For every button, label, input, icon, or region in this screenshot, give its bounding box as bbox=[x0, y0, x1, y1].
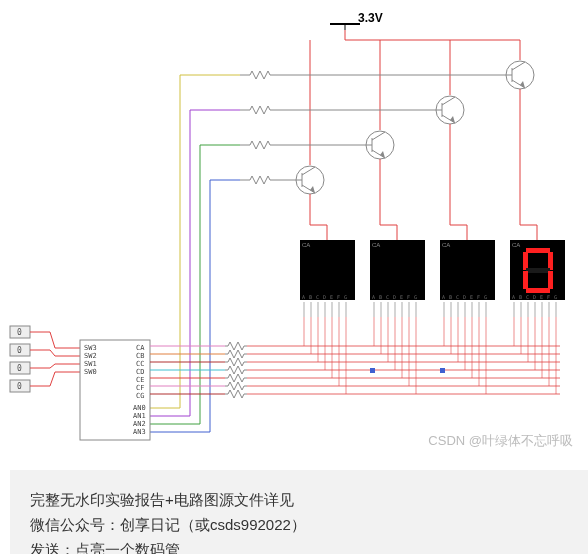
svg-text:G: G bbox=[554, 294, 557, 300]
svg-text:C: C bbox=[316, 294, 319, 300]
svg-text:F: F bbox=[337, 294, 340, 300]
svg-text:B: B bbox=[519, 294, 522, 300]
svg-text:CD: CD bbox=[136, 368, 144, 376]
seven-seg-display-3: CA A B C D E F G bbox=[440, 240, 495, 317]
seven-seg-display-2: CA A B C D E F G bbox=[370, 240, 425, 317]
svg-text:C: C bbox=[526, 294, 529, 300]
transistor-1 bbox=[506, 40, 537, 240]
svg-text:0: 0 bbox=[17, 346, 22, 355]
segment-bus bbox=[150, 317, 560, 398]
svg-text:CB: CB bbox=[136, 352, 144, 360]
input-box-4: 0 bbox=[10, 380, 30, 392]
svg-text:G: G bbox=[414, 294, 417, 300]
svg-text:D: D bbox=[323, 294, 326, 300]
resistor-3 bbox=[240, 141, 366, 149]
voltage-label: 3.3V bbox=[358, 11, 383, 25]
svg-text:B: B bbox=[449, 294, 452, 300]
info-line-2: 微信公众号：创享日记（或csds992022） bbox=[30, 516, 578, 535]
svg-text:D: D bbox=[393, 294, 396, 300]
svg-text:A: A bbox=[372, 294, 375, 300]
svg-text:E: E bbox=[470, 294, 473, 300]
svg-rect-165 bbox=[370, 368, 375, 373]
svg-text:E: E bbox=[330, 294, 333, 300]
svg-text:AN0: AN0 bbox=[133, 404, 146, 412]
input-box-2: 0 bbox=[10, 344, 30, 356]
svg-text:CA: CA bbox=[512, 242, 520, 248]
svg-text:A: A bbox=[442, 294, 445, 300]
svg-rect-56 bbox=[300, 240, 355, 300]
svg-text:CA: CA bbox=[372, 242, 380, 248]
svg-text:C: C bbox=[386, 294, 389, 300]
circuit-diagram: 3.3V bbox=[0, 0, 588, 460]
svg-text:E: E bbox=[400, 294, 403, 300]
svg-text:G: G bbox=[344, 294, 347, 300]
info-box: 完整无水印实验报告+电路图源文件详见 微信公众号：创享日记（或csds99202… bbox=[10, 470, 588, 554]
svg-text:CG: CG bbox=[136, 392, 144, 400]
svg-rect-107 bbox=[523, 252, 528, 270]
svg-rect-166 bbox=[440, 368, 445, 373]
input-box-1: 0 bbox=[10, 326, 30, 338]
svg-text:E: E bbox=[540, 294, 543, 300]
svg-text:A: A bbox=[302, 294, 305, 300]
svg-text:G: G bbox=[484, 294, 487, 300]
svg-text:AN2: AN2 bbox=[133, 420, 146, 428]
svg-text:F: F bbox=[407, 294, 410, 300]
svg-rect-109 bbox=[526, 268, 550, 273]
seven-seg-display-1: CA A B C D E F G bbox=[300, 240, 355, 317]
svg-text:CE: CE bbox=[136, 376, 144, 384]
info-line-3: 发送：点亮一个数码管 bbox=[30, 541, 578, 554]
svg-text:D: D bbox=[533, 294, 536, 300]
decoder-chip: SW3 SW2 SW1 SW0 CA CB CC CD CE CF CG AN0… bbox=[80, 340, 150, 440]
svg-text:CA: CA bbox=[302, 242, 310, 248]
svg-text:0: 0 bbox=[17, 382, 22, 391]
transistor-4 bbox=[296, 40, 327, 240]
svg-rect-111 bbox=[548, 271, 553, 289]
svg-text:SW3: SW3 bbox=[84, 344, 97, 352]
transistor-3 bbox=[366, 40, 397, 240]
svg-text:B: B bbox=[379, 294, 382, 300]
svg-text:D: D bbox=[463, 294, 466, 300]
svg-rect-106 bbox=[526, 248, 550, 253]
input-box-3: 0 bbox=[10, 362, 30, 374]
svg-text:SW2: SW2 bbox=[84, 352, 97, 360]
svg-rect-72 bbox=[370, 240, 425, 300]
svg-text:SW0: SW0 bbox=[84, 368, 97, 376]
svg-text:SW1: SW1 bbox=[84, 360, 97, 368]
info-line-1: 完整无水印实验报告+电路图源文件详见 bbox=[30, 491, 578, 510]
resistor-2 bbox=[240, 106, 436, 114]
seven-seg-display-4: CA A B C D E F G bbox=[510, 240, 565, 317]
svg-text:F: F bbox=[547, 294, 550, 300]
svg-text:CF: CF bbox=[136, 384, 144, 392]
resistor-1 bbox=[240, 71, 506, 79]
svg-rect-88 bbox=[440, 240, 495, 300]
svg-rect-110 bbox=[523, 271, 528, 289]
svg-text:A: A bbox=[512, 294, 515, 300]
svg-text:0: 0 bbox=[17, 328, 22, 337]
transistor-2 bbox=[436, 40, 467, 240]
svg-text:B: B bbox=[309, 294, 312, 300]
svg-rect-112 bbox=[526, 288, 550, 293]
svg-rect-108 bbox=[548, 252, 553, 270]
svg-text:CA: CA bbox=[136, 344, 145, 352]
svg-text:F: F bbox=[477, 294, 480, 300]
svg-text:CC: CC bbox=[136, 360, 144, 368]
svg-text:C: C bbox=[456, 294, 459, 300]
svg-text:AN1: AN1 bbox=[133, 412, 146, 420]
svg-text:CA: CA bbox=[442, 242, 450, 248]
circuit-svg: 3.3V bbox=[0, 0, 588, 460]
svg-text:AN3: AN3 bbox=[133, 428, 146, 436]
resistor-4 bbox=[240, 176, 296, 184]
svg-text:0: 0 bbox=[17, 364, 22, 373]
